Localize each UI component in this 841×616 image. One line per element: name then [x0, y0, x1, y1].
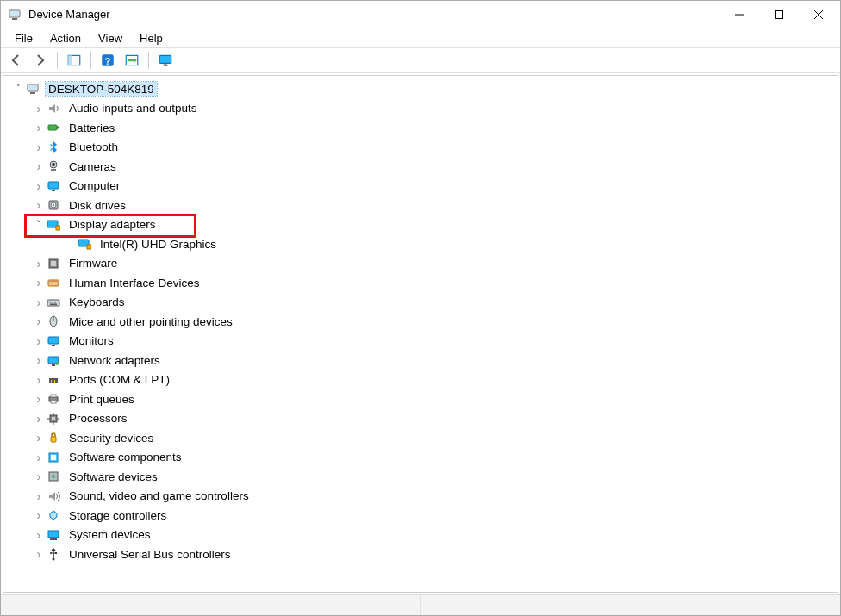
cpu-icon: [46, 411, 61, 426]
tree-node-label: Audio inputs and outputs: [66, 101, 200, 115]
tree-node-label: System devices: [66, 527, 153, 542]
scan-hardware-button[interactable]: [121, 50, 142, 71]
menu-action[interactable]: Action: [41, 30, 90, 47]
menu-help[interactable]: Help: [131, 30, 171, 47]
tree-node-label: Storage controllers: [66, 508, 169, 523]
tree-category[interactable]: Security devices: [3, 428, 838, 448]
tree-root[interactable]: DESKTOP-504K819: [3, 79, 838, 99]
camera-icon: [46, 159, 61, 174]
tree-category[interactable]: Universal Serial Bus controllers: [3, 544, 838, 564]
menu-view[interactable]: View: [90, 30, 131, 47]
expander-icon[interactable]: [33, 490, 45, 502]
toolbar: [1, 47, 840, 73]
tree-category[interactable]: Processors: [3, 409, 838, 429]
security-icon: [46, 430, 61, 445]
toolbar-separator: [57, 52, 58, 69]
expander-icon[interactable]: [33, 548, 45, 560]
expander-icon[interactable]: [33, 413, 45, 425]
expander-icon[interactable]: [33, 121, 45, 134]
tree-node-label: Print queues: [66, 392, 137, 407]
tree-category[interactable]: Disk drives: [3, 196, 838, 215]
monitor-icon: [46, 333, 61, 349]
device-tree[interactable]: DESKTOP-504K819Audio inputs and outputsB…: [3, 75, 838, 593]
tree-node-label: Cameras: [66, 159, 119, 174]
tree-category[interactable]: Keyboards: [3, 293, 838, 313]
usb-icon: [46, 546, 61, 562]
keyboard-icon: [46, 295, 61, 310]
show-hide-tree-button[interactable]: [64, 50, 84, 71]
tree-node-label: Disk drives: [66, 198, 128, 213]
menu-bar: File Action View Help: [1, 28, 840, 47]
menu-file[interactable]: File: [6, 30, 41, 47]
close-button[interactable]: [799, 1, 838, 28]
tree-category[interactable]: Human Interface Devices: [3, 273, 838, 293]
tree-category[interactable]: Batteries: [3, 118, 838, 138]
expander-icon[interactable]: [33, 180, 45, 192]
tree-node-label: Mice and other pointing devices: [66, 314, 235, 329]
tree-category[interactable]: Storage controllers: [3, 506, 838, 526]
display-icon: [46, 217, 61, 233]
expander-icon[interactable]: [33, 470, 45, 482]
software-comp-icon: [46, 450, 61, 465]
expander-icon[interactable]: [33, 141, 45, 153]
expander-icon[interactable]: [33, 529, 45, 541]
help-button[interactable]: [97, 50, 118, 71]
devices-by-type-button[interactable]: [155, 50, 176, 71]
battery-icon: [46, 120, 61, 135]
app-icon: [8, 8, 22, 22]
firmware-icon: [46, 256, 61, 271]
expander-icon[interactable]: [33, 354, 45, 366]
tree-device[interactable]: Intel(R) UHD Graphics: [3, 234, 838, 254]
expander-icon[interactable]: [33, 451, 45, 464]
tree-category[interactable]: Computer: [3, 177, 838, 196]
maximize-button[interactable]: [759, 1, 799, 28]
tree-category[interactable]: Ports (COM & LPT): [3, 370, 838, 390]
expander-icon[interactable]: [33, 103, 45, 115]
expander-icon[interactable]: [33, 509, 45, 521]
expander-icon[interactable]: [33, 219, 45, 231]
back-button[interactable]: [6, 50, 27, 71]
expander-icon: [64, 238, 76, 250]
expander-icon[interactable]: [33, 199, 45, 211]
tree-category[interactable]: Display adapters: [3, 215, 838, 235]
expander-icon[interactable]: [33, 374, 45, 386]
title-bar: Device Manager: [1, 1, 840, 28]
tree-node-label: Processors: [66, 411, 130, 426]
expander-icon[interactable]: [33, 335, 45, 347]
expander-icon[interactable]: [33, 277, 45, 289]
network-icon: [46, 352, 61, 368]
tree-node-label: Keyboards: [66, 295, 128, 309]
tree-node-label: Human Interface Devices: [66, 276, 202, 290]
tree-category[interactable]: Bluetooth: [3, 138, 838, 158]
tree-category[interactable]: Firmware: [3, 254, 838, 274]
tree-category[interactable]: Cameras: [3, 157, 838, 177]
sound-icon: [46, 488, 61, 504]
tree-category[interactable]: Software components: [3, 448, 838, 468]
expander-icon[interactable]: [33, 160, 45, 172]
toolbar-separator: [148, 52, 149, 69]
hid-icon: [46, 275, 61, 290]
tree-category[interactable]: Sound, video and game controllers: [3, 487, 838, 507]
tree-category[interactable]: Monitors: [3, 332, 838, 352]
forward-button[interactable]: [30, 50, 51, 71]
svg-rect-59: [776, 10, 783, 18]
minimize-button[interactable]: [720, 1, 759, 28]
tree-node-label: Display adapters: [66, 217, 159, 232]
tree-node-label: DESKTOP-504K819: [46, 82, 157, 96]
expander-icon[interactable]: [33, 393, 45, 405]
software-dev-icon: [46, 469, 61, 484]
expander-icon[interactable]: [33, 315, 45, 327]
expander-icon[interactable]: [33, 296, 45, 308]
tree-category[interactable]: Software devices: [3, 467, 838, 487]
mouse-icon: [46, 314, 61, 329]
expander-icon[interactable]: [12, 83, 24, 95]
tree-category[interactable]: System devices: [3, 526, 838, 545]
expander-icon[interactable]: [33, 432, 45, 444]
expander-icon[interactable]: [33, 258, 45, 270]
port-icon: [46, 372, 61, 388]
tree-category[interactable]: Print queues: [3, 389, 838, 409]
tree-category[interactable]: Audio inputs and outputs: [3, 99, 838, 119]
tree-category[interactable]: Mice and other pointing devices: [3, 312, 838, 332]
monitor-icon: [46, 178, 61, 194]
tree-category[interactable]: Network adapters: [3, 351, 838, 370]
